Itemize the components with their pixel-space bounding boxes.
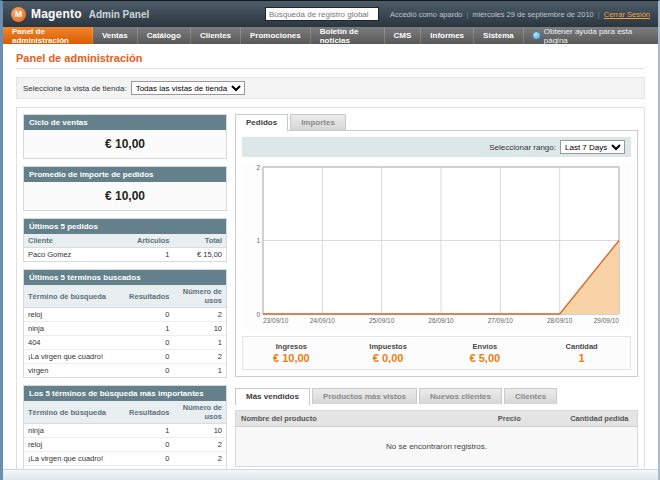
help-link[interactable]: Obtener ayuda para esta página bbox=[524, 27, 658, 44]
svg-text:25/09/10: 25/09/10 bbox=[369, 317, 395, 324]
top-search-terms-box: Los 5 términos de búsqueda más important… bbox=[23, 385, 227, 469]
last-orders-title: Últimos 5 pedidos bbox=[24, 219, 226, 234]
dashboard: Ciclo de ventas € 10,00 Promedio de impo… bbox=[16, 107, 645, 469]
last-orders-table: ClienteArtículosTotalPaco Gomez1€ 15,00 bbox=[24, 234, 226, 261]
svg-text:0: 0 bbox=[256, 311, 260, 318]
lifetime-sales-value: € 10,00 bbox=[24, 130, 226, 158]
column-header-t-rmino-de-b-squeda: Término de búsqueda bbox=[24, 401, 121, 424]
top-search-terms-title: Los 5 términos de búsqueda más important… bbox=[24, 386, 226, 401]
range-select[interactable]: Last 7 Days bbox=[560, 140, 625, 154]
store-view-label: Seleccione la vista de tienda: bbox=[23, 84, 127, 93]
svg-text:2: 2 bbox=[256, 164, 260, 171]
page-title: Panel de administración bbox=[16, 52, 645, 64]
tab-productos-m-s-vistos[interactable]: Productos más vistos bbox=[312, 388, 417, 404]
tab-pedidos[interactable]: Pedidos bbox=[235, 114, 288, 131]
tab-nuevos-clientes[interactable]: Nuevos clientes bbox=[419, 388, 502, 404]
nav-item-sistema[interactable]: Sistema bbox=[474, 27, 524, 44]
nav-item-promociones[interactable]: Promociones bbox=[241, 27, 311, 44]
lifetime-sales-title: Ciclo de ventas bbox=[24, 115, 226, 130]
logo-title: Magento bbox=[31, 7, 82, 21]
nav-item-ventas[interactable]: Ventas bbox=[93, 27, 138, 44]
column-header-cliente: Cliente bbox=[24, 234, 121, 248]
nav-item-cms[interactable]: CMS bbox=[385, 27, 422, 44]
table-row[interactable]: ¡La virgen que cuadro!02 bbox=[24, 452, 226, 466]
orders-chart: 01223/09/1024/09/1025/09/1026/09/1027/09… bbox=[242, 163, 631, 329]
empty-message: No se encontraron registros. bbox=[236, 427, 638, 467]
table-row[interactable]: Paco Gomez1€ 15,00 bbox=[24, 248, 226, 262]
chart-tabs: PedidosImportes bbox=[235, 114, 638, 130]
page-content: Panel de administración Seleccione la vi… bbox=[3, 44, 658, 469]
stat-cantidad: Cantidad1 bbox=[533, 342, 630, 364]
stats-row: Ingresos€ 10,00Impuestos€ 0,00Envíos€ 5,… bbox=[242, 336, 631, 370]
column-header-n-mero-de-usos: Número de usos bbox=[173, 401, 226, 424]
help-label: Obtener ayuda para esta página bbox=[544, 27, 650, 45]
stat-value: 1 bbox=[533, 352, 630, 364]
column-header-art-culos: Artículos bbox=[121, 234, 174, 248]
table-row[interactable]: ninja110 bbox=[24, 322, 226, 336]
last-orders-box: Últimos 5 pedidos ClienteArtículosTotalP… bbox=[23, 218, 227, 262]
column-header-total: Total bbox=[173, 234, 226, 248]
stat-value: € 5,00 bbox=[437, 352, 534, 364]
nav-item-clientes[interactable]: Clientes bbox=[191, 27, 241, 44]
average-orders-box: Promedio de importe de pedidos € 10,00 bbox=[23, 166, 227, 211]
store-view-select[interactable]: Todas las vistas de tienda bbox=[131, 81, 245, 95]
top-search-terms-table: Término de búsquedaResultadosNúmero de u… bbox=[24, 401, 226, 469]
column-header-t-rmino-de-b-squeda: Término de búsqueda bbox=[24, 285, 121, 308]
table-row[interactable]: ninja110 bbox=[24, 424, 226, 438]
last-search-terms-table: Término de búsquedaResultadosNúmero de u… bbox=[24, 285, 226, 377]
stat-value: € 0,00 bbox=[340, 352, 437, 364]
table-row[interactable]: reloj02 bbox=[24, 438, 226, 452]
nav-item-informes[interactable]: Informes bbox=[421, 27, 474, 44]
range-label: Seleccionar rango: bbox=[489, 143, 556, 152]
stat-label: Ingresos bbox=[243, 342, 340, 351]
products-tabs: Más vendidosProductos más vistosNuevos c… bbox=[235, 388, 638, 404]
svg-text:26/09/10: 26/09/10 bbox=[428, 317, 454, 324]
last-search-terms-box: Últimos 5 términos buscados Término de b… bbox=[23, 269, 227, 378]
column-header-resultados: Resultados bbox=[121, 285, 174, 308]
svg-text:28/09/10: 28/09/10 bbox=[547, 317, 573, 324]
nav-item-cat-logo[interactable]: Catálogo bbox=[138, 27, 191, 44]
logged-in-as: Accedió como apardo bbox=[390, 10, 463, 19]
dashboard-left-column: Ciclo de ventas € 10,00 Promedio de impo… bbox=[23, 114, 227, 469]
svg-text:24/09/10: 24/09/10 bbox=[309, 317, 335, 324]
column-header-cantidad-pedida: Cantidad pedida bbox=[565, 411, 637, 427]
logo-subtitle: Admin Panel bbox=[89, 9, 150, 20]
stat-label: Cantidad bbox=[533, 342, 630, 351]
global-search-input[interactable] bbox=[265, 7, 379, 21]
average-orders-value: € 10,00 bbox=[24, 182, 226, 210]
nav-item-bolet-n-de-noticias[interactable]: Boletín de noticias bbox=[311, 27, 385, 44]
tab-m-s-vendidos[interactable]: Más vendidos bbox=[235, 388, 310, 405]
tab-clientes[interactable]: Clientes bbox=[504, 388, 557, 404]
products-grid: Nombre del productoPrecioCantidad pedida… bbox=[235, 410, 638, 467]
store-view-bar: Seleccione la vista de tienda: Todas las… bbox=[16, 77, 645, 99]
tab-importes[interactable]: Importes bbox=[290, 114, 346, 130]
stat-impuestos: Impuestos€ 0,00 bbox=[340, 342, 437, 364]
table-row[interactable]: reloj02 bbox=[24, 308, 226, 322]
svg-text:27/09/10: 27/09/10 bbox=[487, 317, 513, 324]
table-row[interactable]: ¡La virgen que cuadro!02 bbox=[24, 350, 226, 364]
current-date: miércoles 29 de septiembre de 2010 bbox=[472, 10, 593, 19]
app-header: M Magento Admin Panel Accedió como apard… bbox=[3, 1, 658, 27]
svg-text:1: 1 bbox=[256, 237, 260, 244]
chart-panel: Seleccionar rango: Last 7 Days 01223/09/… bbox=[235, 130, 638, 377]
help-globe-icon bbox=[532, 31, 541, 40]
orders-area-chart: 01223/09/1024/09/1025/09/1026/09/1027/09… bbox=[247, 163, 627, 329]
dashboard-right-column: PedidosImportes Seleccionar rango: Last … bbox=[235, 114, 638, 469]
last-search-terms-title: Últimos 5 términos buscados bbox=[24, 270, 226, 285]
logout-link[interactable]: Cerrar Sesión bbox=[604, 10, 650, 19]
table-row[interactable]: 40401 bbox=[24, 336, 226, 350]
column-header-n-mero-de-usos: Número de usos bbox=[173, 285, 226, 308]
magento-logo-icon: M bbox=[11, 7, 26, 22]
session-info: Accedió como apardo | miércoles 29 de se… bbox=[390, 10, 650, 19]
stat-value: € 10,00 bbox=[243, 352, 340, 364]
stat-ingresos: Ingresos€ 10,00 bbox=[243, 342, 340, 364]
stat-label: Envíos bbox=[437, 342, 534, 351]
column-header-nombre-del-producto: Nombre del producto bbox=[236, 411, 493, 427]
svg-text:23/09/10: 23/09/10 bbox=[263, 317, 289, 324]
nav-item-panel-de-administraci-n[interactable]: Panel de administración bbox=[3, 27, 93, 44]
nav-menu: Panel de administraciónVentasCatálogoCli… bbox=[3, 27, 524, 44]
lifetime-sales-box: Ciclo de ventas € 10,00 bbox=[23, 114, 227, 159]
main-nav: Panel de administraciónVentasCatálogoCli… bbox=[3, 27, 658, 44]
table-row[interactable]: virgen01 bbox=[24, 364, 226, 378]
window-bottom-strip bbox=[3, 469, 658, 480]
